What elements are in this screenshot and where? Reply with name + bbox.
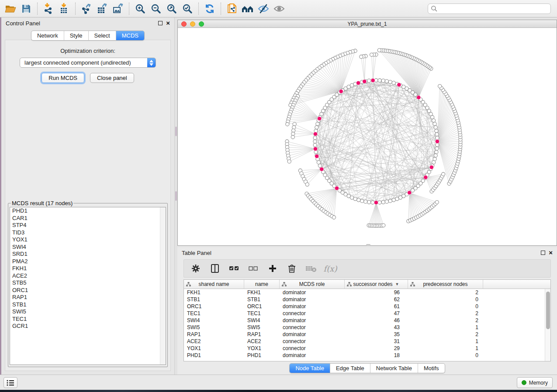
zoom-out-button[interactable] — [148, 2, 164, 16]
splitter-handle[interactable] — [175, 191, 177, 201]
network-node[interactable] — [370, 53, 374, 56]
apply-layout-button[interactable] — [202, 2, 218, 16]
export-table-button[interactable] — [94, 2, 110, 16]
mcds-result-item[interactable]: SRD1 — [10, 251, 166, 258]
network-node[interactable] — [435, 133, 439, 136]
global-search-box[interactable] — [428, 3, 551, 14]
network-node[interactable] — [436, 136, 439, 140]
mcds-result-list[interactable]: PHD1CAR1STP4TID3YOX1SWI4SRD1PMA2FKH1ACE2… — [10, 207, 166, 365]
result-list-scrollbar[interactable] — [160, 207, 166, 364]
mcds-result-item[interactable]: RAP1 — [10, 294, 166, 301]
network-node[interactable] — [382, 224, 385, 227]
tab-select[interactable]: Select — [88, 31, 116, 40]
mcds-result-item[interactable]: STP4 — [10, 222, 166, 229]
network-node[interactable] — [434, 154, 437, 157]
network-node[interactable] — [292, 126, 296, 129]
mcds-result-item[interactable]: PHD1 — [10, 207, 166, 215]
network-node[interactable] — [433, 122, 436, 126]
show-all-button[interactable] — [271, 2, 287, 16]
network-node[interactable] — [392, 198, 395, 202]
mcds-result-item[interactable]: ACE2 — [10, 272, 166, 280]
mcds-result-item[interactable]: ORC1 — [10, 287, 166, 294]
export-image-button[interactable] — [110, 2, 126, 16]
network-node[interactable] — [442, 172, 445, 176]
network-node[interactable] — [398, 196, 402, 199]
dominator-node[interactable] — [363, 79, 367, 83]
network-node[interactable] — [377, 48, 381, 52]
mcds-result-item[interactable]: TID3 — [10, 229, 166, 237]
network-node[interactable] — [388, 80, 392, 84]
dominator-node[interactable] — [374, 200, 378, 204]
import-network-button[interactable] — [41, 2, 56, 16]
network-node[interactable] — [435, 129, 438, 133]
network-node[interactable] — [291, 132, 295, 135]
network-node[interactable] — [367, 79, 371, 83]
network-node[interactable] — [313, 143, 317, 147]
mcds-result-item[interactable]: STB1 — [10, 301, 166, 309]
network-node[interactable] — [435, 150, 438, 154]
table-row[interactable]: RAP1RAP1dominator352 — [184, 331, 550, 338]
mcds-result-item[interactable]: TEC1 — [10, 316, 166, 323]
tab-motifs[interactable]: Motifs — [418, 364, 445, 373]
tab-network-table[interactable]: Network Table — [370, 364, 418, 373]
import-table-button[interactable] — [56, 2, 72, 16]
mcds-result-item[interactable]: SWI4 — [10, 244, 166, 251]
network-node[interactable] — [313, 136, 317, 140]
network-node[interactable] — [433, 157, 436, 161]
mcds-result-item[interactable]: YOX1 — [10, 236, 166, 244]
dominator-node[interactable] — [397, 83, 401, 87]
network-node[interactable] — [287, 160, 291, 163]
column-header-shared-name[interactable]: shared name — [184, 280, 244, 289]
table-scrollbar[interactable] — [545, 289, 550, 361]
save-session-button[interactable] — [18, 2, 34, 16]
zoom-in-button[interactable] — [132, 2, 148, 16]
zoom-selected-button[interactable] — [180, 2, 195, 16]
first-neighbors-button[interactable] — [240, 2, 256, 16]
network-node[interactable] — [353, 197, 357, 201]
network-node[interactable] — [317, 161, 320, 164]
dominator-node[interactable] — [339, 89, 343, 93]
delete-columns-button[interactable] — [285, 262, 298, 275]
network-node[interactable] — [432, 161, 436, 164]
network-node[interactable] — [357, 198, 360, 202]
table-scrollbar-thumb[interactable] — [546, 292, 550, 329]
network-canvas[interactable] — [178, 28, 557, 245]
network-node[interactable] — [360, 55, 363, 58]
column-header-successor-nodes[interactable]: successor nodes▼ — [345, 280, 408, 289]
network-node[interactable] — [434, 126, 437, 129]
dominator-node[interactable] — [313, 147, 317, 151]
table-row[interactable]: YOX1YOX1connector291 — [184, 345, 550, 352]
tab-style[interactable]: Style — [64, 31, 88, 40]
table-row[interactable]: ACE2ACE2connector311 — [184, 338, 550, 345]
network-node[interactable] — [318, 164, 322, 167]
mcds-result-item[interactable]: PMA2 — [10, 258, 166, 265]
hide-selected-button[interactable] — [256, 2, 271, 16]
toggle-panel-mode-button[interactable] — [208, 262, 221, 275]
deselect-all-columns-button[interactable] — [247, 262, 260, 275]
memory-button[interactable]: Memory — [517, 377, 553, 388]
dominator-node[interactable] — [371, 79, 375, 83]
network-node[interactable] — [367, 200, 371, 204]
column-header-MCDS-role[interactable]: MCDS role — [280, 280, 345, 289]
open-file-button[interactable] — [3, 2, 18, 16]
network-node[interactable] — [305, 183, 309, 186]
dominator-node[interactable] — [408, 191, 412, 195]
network-node[interactable] — [381, 200, 385, 204]
table-row[interactable]: ORC1ORC1dominator610 — [184, 303, 550, 310]
horizontal-splitter-handle[interactable] — [366, 244, 370, 246]
dominator-node[interactable] — [356, 81, 360, 85]
dominator-node[interactable] — [429, 165, 433, 169]
select-all-columns-button[interactable] — [228, 262, 241, 275]
export-network-button[interactable] — [79, 2, 94, 16]
table-row[interactable]: TEC1TEC1connector472 — [184, 310, 550, 317]
network-node[interactable] — [315, 126, 318, 129]
task-history-button[interactable] — [3, 377, 17, 388]
network-node[interactable] — [378, 79, 381, 82]
network-node[interactable] — [316, 122, 319, 126]
network-node[interactable] — [435, 200, 439, 204]
column-header-predecessor-nodes[interactable]: predecessor nodes — [408, 280, 483, 289]
table-row[interactable]: SWI4SWI4dominator462 — [184, 317, 550, 324]
optimization-criterion-dropdown[interactable]: largest connected component (undirected) — [20, 58, 156, 68]
table-row[interactable]: PHD1PHD1dominator180 — [184, 352, 550, 359]
network-node[interactable] — [395, 197, 399, 201]
